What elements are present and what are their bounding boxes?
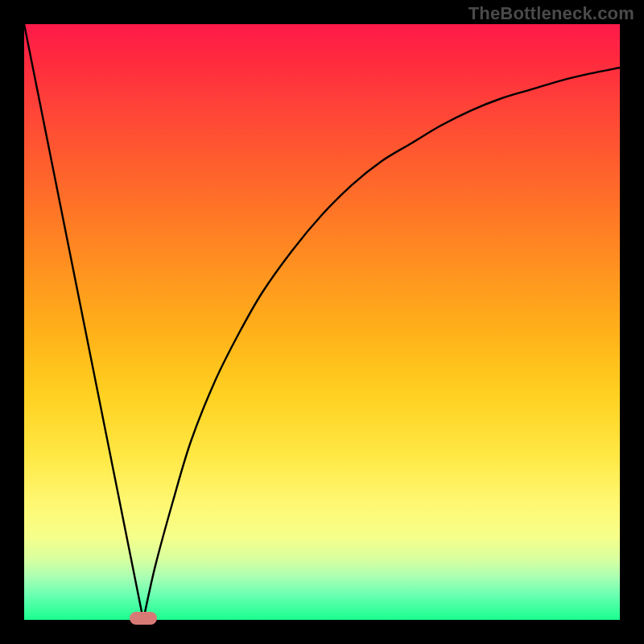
chart-frame: TheBottleneck.com	[0, 0, 644, 644]
minimum-marker	[130, 612, 157, 625]
watermark-text: TheBottleneck.com	[469, 3, 634, 24]
bottleneck-curve	[24, 24, 620, 620]
plot-area	[24, 24, 620, 620]
curve-path	[24, 24, 620, 620]
